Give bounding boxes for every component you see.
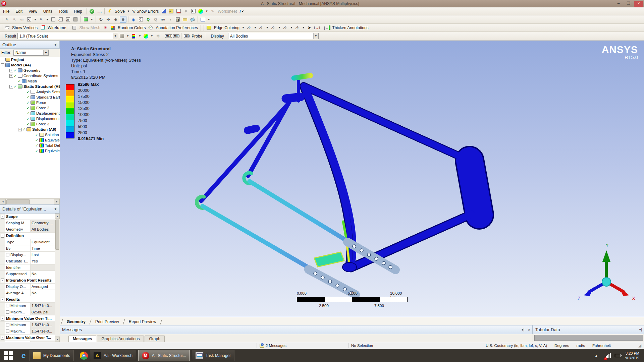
messages-pin-icon[interactable]: ▾|: [522, 327, 524, 332]
show-vertices-button[interactable]: Show Vertices: [11, 25, 39, 30]
scroll-down-icon[interactable]: ▾: [55, 337, 60, 342]
comment-icon[interactable]: ❋: [182, 8, 189, 15]
chart-icon[interactable]: [175, 8, 182, 15]
tree-item-force[interactable]: ✓Force: [0, 100, 60, 105]
tree-item-project[interactable]: Project: [0, 57, 60, 62]
tree-item-mesh[interactable]: ✓Mesh: [0, 78, 60, 84]
status-rate-unit[interactable]: rad/s: [576, 344, 585, 348]
tree-item-force-3[interactable]: ✓Force 3: [0, 121, 60, 127]
tab-messages[interactable]: Messages: [68, 336, 96, 342]
status-units[interactable]: U.S. Customary (in, lbm, lbf, s, V, A) D…: [483, 344, 613, 348]
display-combo[interactable]: All Bodies ▼: [228, 33, 319, 39]
outline-pin-icon[interactable]: ▾|: [55, 43, 57, 47]
taskbar-task-manager[interactable]: Task Manager: [192, 350, 234, 361]
pen0-dropdown-icon[interactable]: ▼: [254, 26, 257, 29]
magnifier-window-icon[interactable]: Q: [138, 16, 144, 23]
viewport-3d[interactable]: A: Static Structural Equivalent Stress 2…: [60, 41, 644, 317]
tree-item-coordinate-systems[interactable]: +✓Coordinate Systems: [0, 73, 60, 78]
taskbar-workbench[interactable]: A Aa - Workbench: [90, 350, 136, 361]
tree-item-solution[interactable]: -✓Solution (A6): [0, 127, 60, 132]
edge-direction-icon[interactable]: ∕0: [246, 24, 253, 31]
checkbox-icon[interactable]: [6, 323, 9, 326]
box-zoom-icon[interactable]: ⊕: [120, 16, 126, 23]
expand-toggle[interactable]: +: [9, 69, 13, 72]
internet-explorer-icon[interactable]: e: [19, 352, 28, 360]
edge-coloring-button[interactable]: Edge Coloring: [213, 25, 241, 30]
solve-status-icon[interactable]: ✓: [89, 8, 95, 15]
details-row[interactable]: Display O...Averaged: [0, 284, 55, 290]
coordinates-select-icon[interactable]: xyz: [18, 16, 25, 23]
filter-combo[interactable]: Name ▼: [13, 50, 49, 56]
tree-item-static-structural[interactable]: -✓Static Structural (A5): [0, 84, 60, 89]
contour-style-dropdown-icon[interactable]: ▼: [151, 35, 153, 38]
annotation-text-icon[interactable]: A: [190, 8, 197, 15]
battery-icon[interactable]: [615, 354, 621, 357]
new-section-plane-icon[interactable]: [160, 8, 167, 15]
maximize-button[interactable]: ❐: [624, 1, 633, 7]
details-row[interactable]: Maxim...82586 psi: [0, 309, 55, 315]
details-row[interactable]: Maxim...1.5471e-0...: [0, 328, 55, 335]
tab-graphics-annotations[interactable]: Graphics Annotations: [97, 336, 144, 342]
collapse-toggle[interactable]: -: [18, 128, 22, 131]
tree-item-displacement-2[interactable]: ✓Displacement 2: [0, 116, 60, 121]
menu-tools[interactable]: Tools: [55, 8, 71, 15]
close-button[interactable]: ×: [634, 1, 643, 7]
scroll-left-icon[interactable]: ◂: [0, 199, 6, 204]
tree-item-displacement[interactable]: ✓Displacement: [0, 111, 60, 116]
show-mesh-button[interactable]: Show Mesh: [78, 25, 102, 30]
tree-item-equivalent-stress[interactable]: ✓Equivalent Stress: [0, 137, 60, 143]
menu-view[interactable]: View: [25, 8, 40, 15]
zoom-icon[interactable]: ⊕: [112, 16, 119, 23]
tree-horizontal-scrollbar[interactable]: ◂ ▸: [0, 198, 60, 204]
black-pin-icon[interactable]: ➤: [306, 24, 313, 31]
geometry-display-icon[interactable]: [118, 33, 125, 40]
select-vertices-icon[interactable]: ·: [50, 16, 57, 23]
menu-units[interactable]: Units: [40, 8, 55, 15]
select-edges-icon[interactable]: ∕: [57, 16, 64, 23]
solve-icon[interactable]: [106, 8, 113, 15]
edge-thickness1-icon[interactable]: ∕1: [258, 24, 265, 31]
edge-coloring-dropdown-icon[interactable]: ▼: [242, 26, 245, 29]
select-cursor-dropdown-icon[interactable]: ▼: [46, 18, 49, 21]
details-vertical-scrollbar[interactable]: ▴ ▾: [55, 214, 60, 342]
details-section[interactable]: -Definition: [0, 233, 55, 239]
vector-display-icon[interactable]: ⇉: [155, 33, 161, 40]
select-cursor-icon[interactable]: ↖: [38, 16, 45, 23]
direction-select-icon[interactable]: ↖: [11, 16, 18, 23]
details-pin-icon[interactable]: ▾|: [55, 207, 57, 211]
details-row[interactable]: Calculate T...Yes: [0, 258, 55, 264]
collapse-toggle[interactable]: -: [9, 85, 13, 88]
scrollbar-thumb[interactable]: [55, 220, 59, 250]
random-colors-button[interactable]: Random Colors: [116, 25, 147, 30]
tree-item-model[interactable]: -Model (A4): [0, 62, 60, 68]
manage-views-icon[interactable]: ◨: [174, 16, 181, 23]
details-row[interactable]: Average A...No: [0, 290, 55, 296]
pen1-dropdown-icon[interactable]: ▼: [266, 26, 269, 29]
details-section[interactable]: -Maximum Value Over T...: [0, 335, 55, 341]
taskbar-clock[interactable]: 3:20 PM 9/1/2015: [625, 351, 639, 360]
result-scale-combo[interactable]: 1.0 (True Scale) ▼: [17, 33, 118, 39]
status-angle-unit[interactable]: Degrees: [554, 344, 569, 348]
status-messages[interactable]: 2 Messages: [257, 344, 348, 348]
menu-file[interactable]: File: [0, 8, 12, 15]
label-select-icon[interactable]: ↖: [4, 16, 10, 23]
annotation-prefs-button[interactable]: Annotation Preferences: [154, 25, 199, 30]
solve-button[interactable]: Solve: [113, 9, 126, 14]
axis-star-icon[interactable]: ✳: [102, 24, 109, 31]
previous-view-icon[interactable]: Q: [145, 16, 152, 23]
viewports-icon[interactable]: [200, 16, 206, 23]
contour-style-icon[interactable]: [143, 33, 149, 40]
coordinate-triad[interactable]: Y X Z: [573, 241, 640, 305]
remote-solve-icon[interactable]: →:: [96, 8, 103, 15]
look-at-icon[interactable]: ◑: [167, 16, 174, 23]
start-button[interactable]: [4, 351, 13, 360]
tree-item-force-2[interactable]: ✓Force 2: [0, 105, 60, 111]
extend-selection-icon[interactable]: [83, 16, 89, 23]
checkbox-icon[interactable]: [6, 329, 9, 333]
show-errors-button[interactable]: ?/ Show Errors: [131, 9, 160, 14]
tab-graph[interactable]: Graph: [145, 336, 164, 342]
select-bodies-icon[interactable]: [72, 16, 79, 23]
viewports-dropdown-icon[interactable]: ▼: [208, 18, 210, 21]
network-icon[interactable]: [606, 353, 611, 358]
tree-item-solution-information[interactable]: ✓Solution Information: [0, 132, 60, 137]
